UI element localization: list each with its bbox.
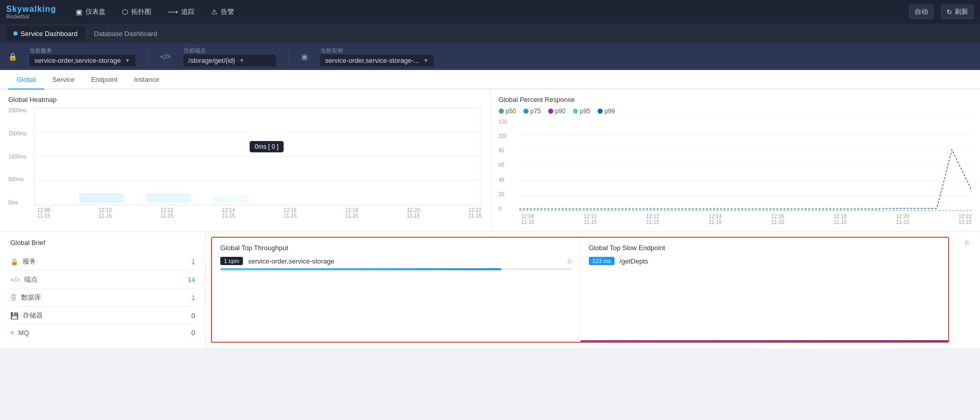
pr-x-3: 12:14 11-15 xyxy=(709,214,722,225)
y-label-2000: 2000ms xyxy=(8,108,31,113)
brief-endpoint-count: 14 xyxy=(188,276,195,284)
filter-endpoint-group: </> xyxy=(161,52,171,61)
refresh-icon: ↻ xyxy=(947,8,952,16)
y-label-1000: 1000ms xyxy=(8,154,31,160)
pr-x-1: 12:10 11-15 xyxy=(584,214,597,225)
brief-database-label: 数据库 xyxy=(21,293,41,302)
brief-database-left: 🗄 数据库 xyxy=(10,293,41,302)
x-label-0: 12:08 11-15 xyxy=(37,207,50,219)
lock-icon: 🔒 xyxy=(8,52,17,61)
legend-p95: p95 xyxy=(573,108,590,115)
percent-response-title: Global Percent Response xyxy=(499,96,972,103)
filter-endpoint-dropdown[interactable]: /storage/get/{id} ▼ xyxy=(183,55,276,66)
tab-service-dashboard[interactable]: Service Dashboard xyxy=(6,26,85,41)
filter-instance-dropdown[interactable]: service-order,service-storage-... ▼ xyxy=(320,55,434,66)
subtab-endpoint[interactable]: Endpoint xyxy=(83,70,126,90)
subtab-global-label: Global xyxy=(16,76,36,83)
x-label-1: 12:10 11-15 xyxy=(99,207,112,219)
legend-dot-p90 xyxy=(548,109,553,114)
brief-mq-count: 0 xyxy=(191,329,195,337)
progress-bar-wrap xyxy=(220,268,572,270)
heatmap-svg xyxy=(34,108,481,205)
throughput-title: Global Top Throughput xyxy=(220,244,572,252)
se-name: /getDepts xyxy=(620,257,940,265)
tab-database-dashboard[interactable]: Database Dashboard xyxy=(87,26,165,41)
brief-title: Global Brief xyxy=(10,239,195,247)
legend-p99: p99 xyxy=(598,108,615,115)
top-panels-container: Global Top Throughput 1 cpm service-orde… xyxy=(211,237,949,343)
pr-y-40: 40 xyxy=(499,177,517,183)
nav-topology-label: 拓扑图 xyxy=(131,7,151,16)
tp-name: service-order,service-storage xyxy=(248,257,563,265)
pr-y-100: 100 xyxy=(499,133,517,139)
legend-dot-p50 xyxy=(499,109,504,114)
se-row-0: 123 ms /getDepts xyxy=(589,257,940,265)
endpoint-dropdown-arrow: ▼ xyxy=(239,58,244,63)
legend-label-p95: p95 xyxy=(580,108,590,115)
nav-topology[interactable]: ⬡ 拓扑图 xyxy=(115,4,159,20)
legend-p50: p50 xyxy=(499,108,516,115)
legend-p75: p75 xyxy=(523,108,541,115)
filterbar: 🔒 当前服务 service-order,service-storage ▼ <… xyxy=(0,43,980,70)
subtab-instance[interactable]: Instance xyxy=(126,70,167,90)
brief-mq-icon: ≡ xyxy=(10,329,14,337)
tab-dot xyxy=(13,31,18,36)
endpoint-icon: </> xyxy=(161,52,171,61)
brief-mq-left: ≡ MQ xyxy=(10,329,29,337)
bottom-row: Global Brief 🔒 服务 1 </> 端点 14 🗄 数据库 xyxy=(0,232,980,348)
brief-storage-icon: 💾 xyxy=(10,312,19,320)
filter-service-dropdown[interactable]: service-order,service-storage ▼ xyxy=(29,55,135,66)
pr-x-5: 12:18 11-15 xyxy=(834,214,847,225)
filter-sep-2 xyxy=(288,49,289,64)
brief-endpoint-label: 端点 xyxy=(24,275,38,284)
brief-row-endpoint: </> 端点 14 xyxy=(10,271,195,289)
instance-icon: ▣ xyxy=(301,52,308,61)
cpm-badge: 1 cpm xyxy=(220,257,243,265)
progress-bar xyxy=(220,268,501,270)
alarm-icon: ⚠ xyxy=(211,8,218,16)
nav-trace[interactable]: ⟶ 追踪 xyxy=(161,4,202,20)
heatmap-panel: Global Heatmap 2000ms 1500ms 1000ms 500m… xyxy=(0,90,490,231)
brief-code-icon: </> xyxy=(10,276,20,284)
brief-row-storage: 💾 存储器 0 xyxy=(10,307,195,325)
heatmap-tooltip: 0ms [ 0 ] xyxy=(250,141,284,152)
refresh-button[interactable]: ↻ 刷新 xyxy=(941,5,974,19)
legend-p90: p90 xyxy=(548,108,566,115)
pr-x-0: 12:08 11-15 xyxy=(521,214,535,225)
filter-service-group: 当前服务 service-order,service-storage ▼ xyxy=(29,47,135,66)
brief-row-mq: ≡ MQ 0 xyxy=(10,325,195,341)
extra-right-panel: ⎘ xyxy=(954,232,980,348)
chart-row-top: Global Heatmap 2000ms 1500ms 1000ms 500m… xyxy=(0,90,980,232)
instance-dropdown-arrow: ▼ xyxy=(424,58,429,63)
brief-service-count: 1 xyxy=(191,258,195,266)
y-label-500: 500ms xyxy=(8,177,31,182)
x-label-2: 12:12 11-15 xyxy=(160,207,173,219)
auto-label: 自动 xyxy=(915,7,928,16)
pr-y-0: 0 xyxy=(499,206,517,212)
copy-icon[interactable]: ⎘ xyxy=(568,257,572,265)
nav-alarm[interactable]: ⚠ 告警 xyxy=(204,4,241,20)
legend-label-p90: p90 xyxy=(555,108,566,115)
brief-lock-icon: 🔒 xyxy=(10,258,19,266)
x-label-7: 12:22 11-15 xyxy=(468,207,482,219)
legend-label-p75: p75 xyxy=(531,108,541,115)
tp-row-0: 1 cpm service-order,service-storage ⎘ xyxy=(220,257,572,265)
subtab-service[interactable]: Service xyxy=(44,70,83,90)
pr-x-7: 12:22 11-15 xyxy=(958,214,972,225)
nav-dashboard[interactable]: ▣ 仪表盘 xyxy=(68,4,113,20)
heatmap-area: 2000ms 1500ms 1000ms 500ms 0ms xyxy=(8,108,482,221)
topbar-right: 自动 ↻ 刷新 xyxy=(909,5,974,19)
filter-endpoint-value-group: 当前端点 /storage/get/{id} ▼ xyxy=(183,47,276,66)
x-label-5: 12:18 11-15 xyxy=(345,207,359,219)
brief-database-icon: 🗄 xyxy=(10,294,17,302)
right-copy-icon[interactable]: ⎘ xyxy=(965,239,969,247)
subtab-global[interactable]: Global xyxy=(8,70,44,90)
brief-storage-left: 💾 存储器 xyxy=(10,311,43,320)
pr-x-6: 12:20 11-15 xyxy=(896,214,909,225)
slow-endpoint-title: Global Top Slow Endpoint xyxy=(589,244,940,252)
line-chart-svg xyxy=(519,119,972,212)
heatmap-title: Global Heatmap xyxy=(8,96,482,103)
topology-icon: ⬡ xyxy=(122,8,128,16)
auto-button[interactable]: 自动 xyxy=(909,5,934,19)
logo-name: Skywalking xyxy=(6,5,56,14)
